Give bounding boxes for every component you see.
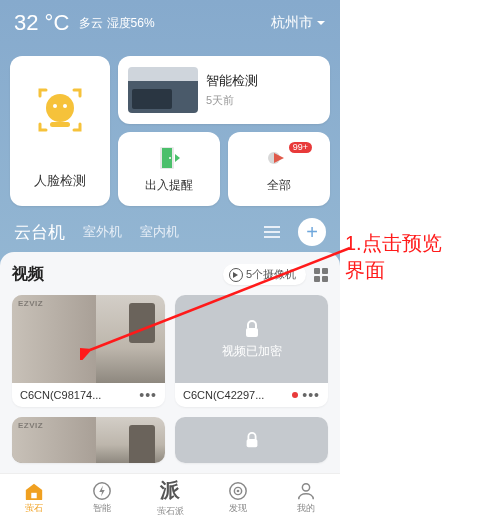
brand-watermark: EZVIZ: [18, 299, 43, 308]
svg-point-15: [302, 483, 309, 490]
camera-count-pill[interactable]: 5个摄像机: [223, 264, 306, 285]
add-button[interactable]: +: [298, 218, 326, 246]
lock-icon: [243, 431, 261, 449]
brand-watermark: EZVIZ: [18, 421, 43, 430]
camera-name-2: C6CN(C42297...: [183, 389, 288, 401]
camera-preview-3[interactable]: EZVIZ: [12, 417, 165, 463]
camera-name-1: C6CN(C98174...: [20, 389, 135, 401]
smart-sub: 5天前: [206, 93, 258, 108]
svg-point-1: [53, 104, 57, 108]
temperature: 32 °C: [14, 10, 69, 36]
svg-point-2: [63, 104, 67, 108]
cards-right-col: 智能检测 5天前 出入提醒 99: [118, 56, 330, 206]
nav-mine-label: 我的: [297, 502, 315, 515]
card-face-detect[interactable]: 人脸检测: [10, 56, 110, 206]
camera-count-label: 5个摄像机: [246, 267, 296, 282]
nav-home-label: 萤石: [25, 502, 43, 515]
nav-mine[interactable]: 我的: [272, 474, 340, 521]
play-icon: [229, 268, 243, 282]
tab-ptz[interactable]: 云台机: [14, 221, 65, 244]
svg-point-14: [237, 489, 240, 492]
svg-rect-10: [31, 492, 36, 497]
smart-thumbnail: [128, 67, 198, 113]
lock-icon: [242, 319, 262, 339]
card-all[interactable]: 99+ 全部: [228, 132, 330, 206]
svg-point-0: [46, 94, 74, 122]
feature-cards: 人脸检测 智能检测 5天前: [10, 56, 330, 206]
discover-icon: [227, 481, 249, 501]
annotation-text: 1.点击预览 界面: [345, 230, 442, 284]
layout-toggle-icon[interactable]: [314, 268, 328, 282]
pai-icon: 派: [160, 477, 180, 504]
svg-rect-9: [246, 439, 257, 447]
camera-more-2[interactable]: •••: [302, 392, 320, 399]
weather-desc: 多云 湿度56%: [79, 16, 154, 30]
nav-home[interactable]: 萤石: [0, 474, 68, 521]
tab-outdoor[interactable]: 室外机: [83, 223, 122, 241]
card-smart-detect[interactable]: 智能检测 5天前: [118, 56, 330, 124]
camera-more-1[interactable]: •••: [139, 392, 157, 399]
camera-preview-2-encrypted[interactable]: 视频已加密: [175, 295, 328, 383]
weather-bar: 32 °C 多云 湿度56% 杭州市: [0, 10, 340, 36]
annotation-line2: 界面: [345, 257, 442, 284]
door-icon: [156, 145, 182, 171]
nav-pai-label: 萤石派: [157, 505, 184, 518]
camera-card-2[interactable]: 视频已加密 C6CN(C42297... •••: [175, 295, 328, 407]
nav-smart[interactable]: 智能: [68, 474, 136, 521]
bolt-icon: [91, 481, 113, 501]
card-inout-alert[interactable]: 出入提醒: [118, 132, 220, 206]
chevron-down-icon: [316, 18, 326, 28]
city-selector[interactable]: 杭州市: [271, 14, 326, 32]
card-face-label: 人脸检测: [34, 172, 86, 190]
recording-indicator: [292, 392, 298, 398]
nav-pai[interactable]: 派 萤石派: [136, 474, 204, 521]
tab-indoor[interactable]: 室内机: [140, 223, 179, 241]
nav-discover[interactable]: 发现: [204, 474, 272, 521]
nav-smart-label: 智能: [93, 502, 111, 515]
smart-title: 智能检测: [206, 72, 258, 90]
nav-discover-label: 发现: [229, 502, 247, 515]
encrypted-label: 视频已加密: [222, 343, 282, 360]
all-label: 全部: [267, 177, 291, 194]
section-tabs: 云台机 室外机 室内机 +: [0, 218, 340, 246]
camera-grid: EZVIZ C6CN(C98174... ••• 视频已加密 C6CN(C422…: [12, 295, 328, 463]
app-screen: 32 °C 多云 湿度56% 杭州市 人脸检测: [0, 0, 340, 521]
svg-rect-3: [50, 122, 70, 127]
home-icon: [23, 481, 45, 501]
inout-label: 出入提醒: [145, 177, 193, 194]
svg-rect-8: [246, 328, 258, 337]
video-panel: 视频 5个摄像机 EZVIZ C6CN(C98174... •••: [0, 252, 340, 473]
face-icon: [36, 86, 84, 134]
svg-point-6: [169, 157, 171, 159]
all-badge: 99+: [289, 142, 312, 153]
city-label: 杭州市: [271, 14, 313, 32]
camera-preview-1[interactable]: EZVIZ: [12, 295, 165, 383]
camera-preview-4-encrypted[interactable]: [175, 417, 328, 463]
profile-icon: [295, 481, 317, 501]
camera-card-3[interactable]: EZVIZ: [12, 417, 165, 463]
bottom-nav: 萤石 智能 派 萤石派 发现 我的: [0, 473, 340, 521]
panel-title: 视频: [12, 264, 44, 285]
camera-card-1[interactable]: EZVIZ C6CN(C98174... •••: [12, 295, 165, 407]
menu-icon[interactable]: [264, 226, 280, 238]
annotation-line1: 1.点击预览: [345, 230, 442, 257]
camera-card-4[interactable]: [175, 417, 328, 463]
